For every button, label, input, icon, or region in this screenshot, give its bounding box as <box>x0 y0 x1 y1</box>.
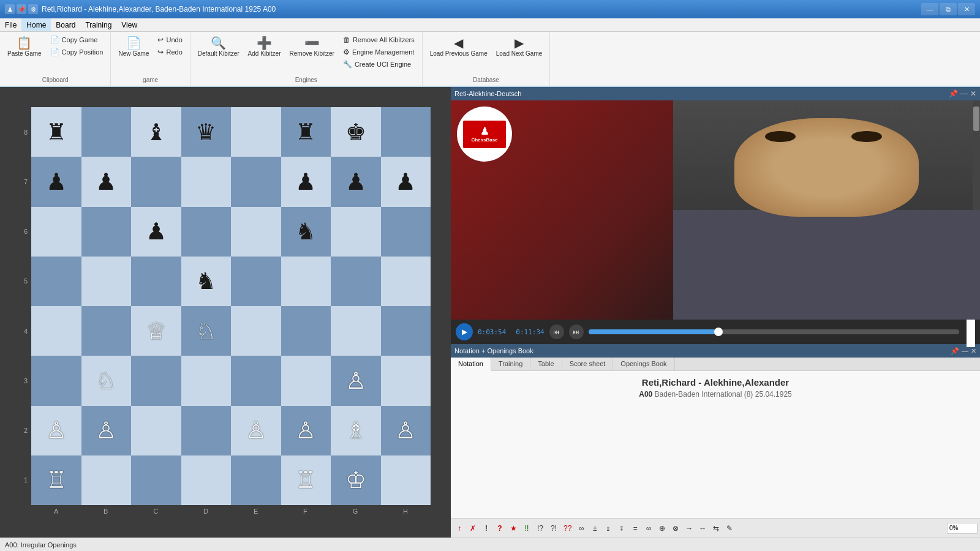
chess-square-c1[interactable] <box>131 455 181 505</box>
scrollbar-thumb[interactable] <box>973 107 979 131</box>
chess-square-e2[interactable]: ♙ <box>231 406 281 455</box>
chess-square-a7[interactable]: ♟ <box>31 157 81 206</box>
chess-square-g5[interactable] <box>331 257 381 306</box>
chess-square-g6[interactable] <box>331 207 381 257</box>
video-close-button[interactable]: ✕ <box>970 89 976 98</box>
chess-square-d7[interactable] <box>181 157 232 206</box>
chess-square-a2[interactable]: ♙ <box>31 406 81 455</box>
chess-square-c2[interactable] <box>131 406 181 455</box>
annotation-circle-minus[interactable]: ⊗ <box>669 523 682 534</box>
chess-board[interactable]: ♜♝♛♜♚♟♟♟♟♟♟♞♞♕♘♘♙♙♙♙♙♗♙♖♖♔ <box>31 107 431 505</box>
chess-square-d1[interactable] <box>181 455 232 505</box>
chess-square-c8[interactable]: ♝ <box>131 107 181 157</box>
remove-all-kibitzers-button[interactable]: 🗑 Remove All Kibitzers <box>339 34 418 45</box>
chess-square-f2[interactable]: ♙ <box>281 406 331 455</box>
chess-square-b8[interactable] <box>81 107 132 157</box>
annotation-pencil[interactable]: ✎ <box>723 523 736 534</box>
chess-square-f1[interactable]: ♖ <box>281 455 331 505</box>
chess-square-a6[interactable] <box>31 207 81 257</box>
menu-home[interactable]: Home <box>21 18 51 31</box>
video-pin-button[interactable]: 📌 <box>949 89 958 98</box>
menu-view[interactable]: View <box>116 18 142 31</box>
chess-square-b5[interactable] <box>81 257 132 306</box>
annotation-slight-white[interactable]: ⩲ <box>602 523 614 534</box>
chess-square-e5[interactable] <box>231 257 281 306</box>
chess-square-h8[interactable] <box>381 107 431 157</box>
close-button[interactable]: ✕ <box>958 3 975 15</box>
chess-square-d4[interactable]: ♘ <box>181 306 232 356</box>
menu-board[interactable]: Board <box>51 18 80 31</box>
chess-square-h3[interactable] <box>381 356 431 405</box>
tab-score-sheet[interactable]: Score sheet <box>562 358 614 370</box>
notation-minimize-button[interactable]: — <box>962 347 968 355</box>
chess-square-e8[interactable] <box>231 107 281 157</box>
engine-management-button[interactable]: ⚙ Engine Management <box>339 47 418 58</box>
chess-square-c4[interactable]: ♕ <box>131 306 181 356</box>
chess-square-e4[interactable] <box>231 306 281 356</box>
annotation-infinity2[interactable]: ∞ <box>643 523 655 534</box>
chess-square-d8[interactable]: ♛ <box>181 107 232 157</box>
chess-square-f3[interactable] <box>281 356 331 405</box>
chess-square-c6[interactable]: ♟ <box>131 207 181 257</box>
chess-square-h4[interactable] <box>381 306 431 356</box>
chess-square-g2[interactable]: ♗ <box>331 406 381 455</box>
chess-square-d6[interactable] <box>181 207 232 257</box>
chess-square-f6[interactable]: ♞ <box>281 207 331 257</box>
chess-square-f5[interactable] <box>281 257 331 306</box>
annotation-equal[interactable]: = <box>629 523 641 534</box>
chess-square-b7[interactable]: ♟ <box>81 157 132 206</box>
chess-square-d3[interactable] <box>181 356 232 405</box>
score-field[interactable] <box>947 523 978 534</box>
annotation-infinity[interactable]: ∞ <box>575 523 587 534</box>
annotation-arrow-up[interactable]: ↑ <box>453 523 466 534</box>
chess-square-a4[interactable] <box>31 306 81 356</box>
annotation-blunder-mark[interactable]: ? <box>494 523 506 534</box>
annotation-double-arrow[interactable]: ↔ <box>696 523 709 534</box>
load-previous-game-button[interactable]: ◀ Load Previous Game <box>426 34 491 59</box>
chess-square-g4[interactable] <box>331 306 381 356</box>
copy-game-button[interactable]: 📄 Copy Game <box>47 34 107 45</box>
menu-training[interactable]: Training <box>80 18 116 31</box>
remove-kibitzer-button[interactable]: ➖ Remove Kibitzer <box>286 34 338 59</box>
chess-square-b6[interactable] <box>81 207 132 257</box>
notation-close-button[interactable]: ✕ <box>971 347 976 355</box>
annotation-exclam-question[interactable]: !? <box>534 523 546 534</box>
chess-square-a5[interactable] <box>31 257 81 306</box>
fast-forward-button[interactable]: ⏭ <box>569 324 584 339</box>
chess-square-a3[interactable] <box>31 356 81 405</box>
chess-square-e6[interactable] <box>231 207 281 257</box>
annotation-bold-move[interactable]: ! <box>480 523 492 534</box>
annotation-cross[interactable]: ✗ <box>467 523 479 534</box>
undo-button[interactable]: ↩ Undo <box>154 34 186 45</box>
chess-square-h5[interactable] <box>381 257 431 306</box>
tab-openings-book[interactable]: Openings Book <box>613 358 674 370</box>
load-next-game-button[interactable]: ▶ Load Next Game <box>492 34 546 59</box>
annotation-question-exclam[interactable]: ?! <box>548 523 560 534</box>
chess-square-a8[interactable]: ♜ <box>31 107 81 157</box>
chess-square-g3[interactable]: ♙ <box>331 356 381 405</box>
annotation-arrow-right[interactable]: → <box>683 523 695 534</box>
rewind-button[interactable]: ⏮ <box>549 324 564 339</box>
paste-game-button[interactable]: 📋 Paste Game <box>4 34 45 60</box>
annotation-double-question[interactable]: ?? <box>561 523 574 534</box>
chess-square-f8[interactable]: ♜ <box>281 107 331 157</box>
notation-pin-button[interactable]: 📌 <box>951 347 959 355</box>
add-kibitzer-button[interactable]: ➕ Add Kibitzer <box>244 34 285 59</box>
chess-square-c3[interactable] <box>131 356 181 405</box>
chess-square-e7[interactable] <box>231 157 281 206</box>
chess-square-h2[interactable]: ♙ <box>381 406 431 455</box>
chess-square-b2[interactable]: ♙ <box>81 406 132 455</box>
chess-square-c5[interactable] <box>131 257 181 306</box>
annotation-star[interactable]: ★ <box>507 523 519 534</box>
menu-file[interactable]: File <box>0 18 21 31</box>
chess-square-b3[interactable]: ♘ <box>81 356 132 405</box>
progress-thumb[interactable] <box>714 328 723 336</box>
chess-square-c7[interactable] <box>131 157 181 206</box>
new-game-button[interactable]: 📄 New Game <box>115 34 153 59</box>
chess-square-e1[interactable] <box>231 455 281 505</box>
annotation-circle-plus[interactable]: ⊕ <box>656 523 668 534</box>
tab-table[interactable]: Table <box>530 358 562 370</box>
chess-square-h7[interactable]: ♟ <box>381 157 431 206</box>
copy-position-button[interactable]: 📄 Copy Position <box>47 47 107 58</box>
annotation-double-exclam[interactable]: !! <box>521 523 533 534</box>
